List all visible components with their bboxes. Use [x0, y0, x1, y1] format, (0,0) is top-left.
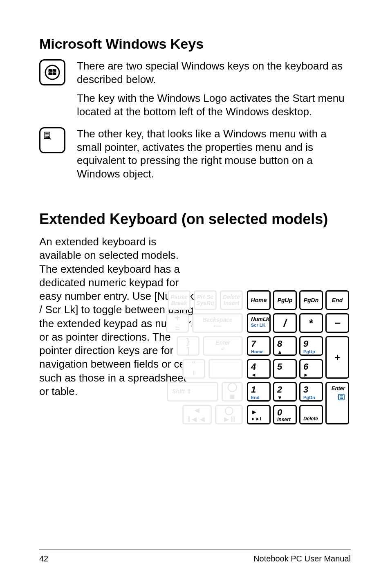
- numpad-key-slash: /: [273, 313, 297, 333]
- menu-key-desc: The other key, that looks like a Windows…: [77, 127, 351, 180]
- numpad-key-end: End: [325, 290, 349, 310]
- numpad-key-pgup: PgUp: [273, 290, 297, 310]
- numpad-key-7: 7Home: [247, 336, 271, 356]
- numpad-key-numlk: NumLK Scr LK: [247, 313, 271, 333]
- numpad-key-del: Delete: [299, 405, 323, 424]
- numpad-key-star: *: [299, 313, 323, 333]
- ghost-key-brackets: }]: [177, 336, 199, 356]
- windows-logo-key-icon: [39, 59, 65, 85]
- ghost-backspace-label: Backspace: [202, 316, 232, 323]
- numpad-key-8: 8▲: [273, 336, 297, 356]
- numpad-key-4: 4◄: [247, 359, 271, 379]
- windows-keys-intro: There are two special Windows keys on th…: [77, 59, 351, 86]
- ghost-key-enter2: [208, 359, 243, 379]
- footer-label: Notebook PC User Manual: [253, 554, 351, 563]
- numpad-key-2: 2▼: [273, 382, 297, 402]
- keyboard-figure: Pause Break Prt Sc SysRq Delete Insert +…: [160, 290, 353, 441]
- ghost-key-shift: Shift ⇧: [167, 382, 218, 402]
- ghost-key-pause: Pause Break: [168, 290, 191, 310]
- windows-logo-key-desc: The key with the Windows Logo activates …: [77, 92, 351, 118]
- ghost-enter-label: Enter: [215, 339, 230, 346]
- page-number: 42: [39, 554, 48, 563]
- numpad-key-minus: −: [325, 313, 349, 333]
- numpad-key-plus: +: [325, 336, 349, 379]
- section-title-extended-keyboard: Extended Keyboard (on selected models): [39, 211, 351, 228]
- menu-key-icon: [39, 127, 65, 153]
- ghost-key-plus: +=: [166, 313, 189, 333]
- numpad-key-6: 6►: [299, 359, 323, 379]
- numpad-key-home: Home: [247, 290, 271, 310]
- ghost-shift-label: Shift: [172, 388, 185, 395]
- section-title-windows-keys: Microsoft Windows Keys: [39, 36, 351, 52]
- svg-rect-8: [340, 397, 343, 397]
- ghost-key-backspace: Backspace⟵: [192, 313, 243, 333]
- svg-rect-7: [340, 395, 343, 396]
- numpad-key-9: 9PgUp: [299, 336, 323, 356]
- numpad-key-1: 1End: [247, 382, 271, 402]
- numpad-key-0: 0Insert: [273, 405, 297, 424]
- ghost-key-playpause: ◯►II: [215, 405, 243, 424]
- numpad-key-pgdn: PgDn: [299, 290, 323, 310]
- ghost-key-delete: Delete Insert: [220, 290, 243, 310]
- ghost-key-stop: ◯■: [222, 382, 243, 402]
- ghost-key-prtsc: Prt Sc SysRq: [194, 290, 217, 310]
- svg-point-0: [45, 65, 59, 79]
- svg-rect-9: [340, 398, 343, 399]
- page-footer: 42 Notebook PC User Manual: [39, 550, 351, 563]
- ghost-key-prev: ◄I◄◄: [182, 405, 212, 424]
- numpad-key-next: ►►►I: [247, 405, 271, 424]
- ghost-key-quote: ″ı: [182, 359, 205, 379]
- numpad-key-5: 5: [273, 359, 297, 379]
- ghost-key-enter: Enter⤶: [203, 336, 243, 356]
- numpad-key-3: 3PgDn: [299, 382, 323, 402]
- numpad-key-enter: Enter: [325, 382, 349, 424]
